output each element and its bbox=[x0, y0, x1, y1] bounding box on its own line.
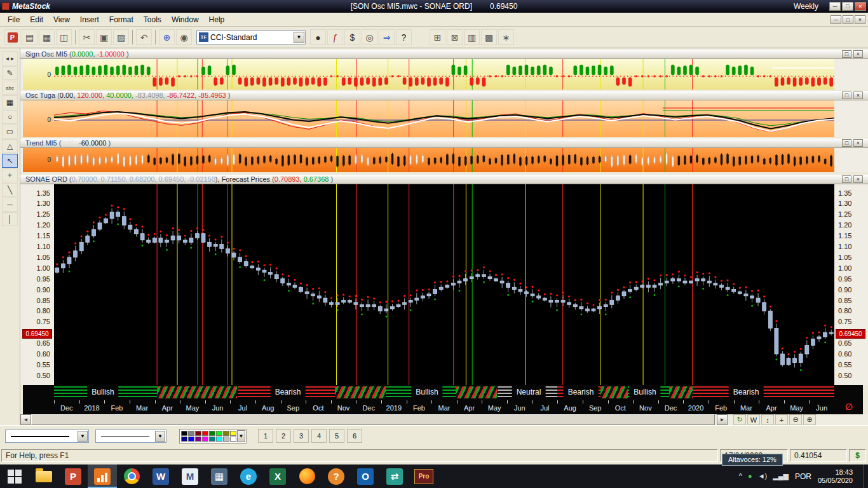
dropdown-arrow-icon[interactable]: ▼ bbox=[237, 430, 245, 442]
chrome[interactable] bbox=[117, 464, 146, 488]
indicator-dropdown[interactable]: TF CCI-Standard ▼ bbox=[196, 30, 306, 44]
color-swatch[interactable] bbox=[202, 437, 208, 442]
scroll-left-button[interactable]: ◄ bbox=[20, 414, 31, 425]
dropdown-arrow-icon[interactable]: ▼ bbox=[78, 431, 88, 442]
metastock[interactable] bbox=[88, 464, 117, 488]
word[interactable]: W bbox=[146, 464, 175, 488]
splitter-tool[interactable]: ◄► bbox=[2, 51, 18, 65]
horizontal-scrollbar[interactable]: ◄ ► ↻W↕+⊖⊕ bbox=[20, 414, 868, 425]
panel-close-button[interactable]: × bbox=[853, 139, 863, 147]
grid-tool[interactable]: ▦ bbox=[2, 95, 18, 109]
color-swatch[interactable] bbox=[230, 431, 236, 436]
panel-header-trend[interactable]: Trend MI5 (0.00, -60.0000 ) □ × bbox=[20, 139, 868, 148]
help[interactable]: ? bbox=[322, 464, 351, 488]
color-swatch[interactable] bbox=[223, 431, 229, 436]
internet-explorer[interactable]: e bbox=[234, 464, 263, 488]
zoom-in-icon[interactable]: ⊕ bbox=[803, 414, 816, 425]
zoom-icon[interactable]: ◉ bbox=[176, 29, 192, 45]
color-swatch[interactable] bbox=[181, 437, 187, 442]
paste-icon[interactable]: ▨ bbox=[113, 29, 129, 45]
dropdown-arrow-icon[interactable]: ▼ bbox=[155, 431, 165, 442]
undo-icon[interactable]: ↶ bbox=[136, 29, 152, 45]
child-close-button[interactable]: × bbox=[855, 15, 865, 24]
panel-close-button[interactable]: × bbox=[853, 92, 863, 99]
copy-icon[interactable]: ▣ bbox=[96, 29, 112, 45]
price-panel[interactable]: 0.69450 1.351.301.251.201.151.101.051.00… bbox=[20, 184, 868, 385]
menu-view[interactable]: View bbox=[48, 13, 75, 26]
panel-close-button[interactable]: × bbox=[853, 50, 863, 58]
layout-page-button-1[interactable]: 1 bbox=[258, 429, 273, 443]
pro[interactable]: Pro bbox=[409, 464, 438, 488]
indicator-panel-sign-osc[interactable]: 0 bbox=[20, 59, 868, 90]
function-icon[interactable]: ƒ bbox=[327, 29, 343, 45]
taskbar-clock[interactable]: 18:43 05/05/2020 bbox=[818, 468, 853, 485]
color-swatch[interactable] bbox=[209, 437, 215, 442]
color-swatch[interactable] bbox=[188, 437, 194, 442]
tile-windows-icon[interactable]: ⊞ bbox=[430, 29, 445, 45]
panel-maximize-button[interactable]: □ bbox=[842, 175, 851, 183]
dropdown-arrow-icon[interactable]: ▼ bbox=[294, 32, 304, 43]
panel-maximize-button[interactable]: □ bbox=[842, 50, 851, 58]
panel-maximize-button[interactable]: □ bbox=[842, 139, 851, 147]
outlook[interactable]: O bbox=[351, 464, 380, 488]
menu-file[interactable]: File bbox=[3, 13, 25, 26]
minimize-button[interactable]: ─ bbox=[829, 2, 841, 11]
vertical-scale-icon[interactable]: ↕ bbox=[761, 414, 774, 425]
layout-page-button-3[interactable]: 3 bbox=[294, 429, 309, 443]
panel-close-button[interactable]: × bbox=[853, 175, 863, 183]
maximize-button[interactable]: □ bbox=[842, 2, 853, 11]
indicator-panel-trend[interactable]: 0 bbox=[20, 148, 868, 172]
panel-maximize-button[interactable]: □ bbox=[842, 92, 851, 99]
candlestick-chart[interactable] bbox=[54, 184, 834, 385]
layout-page-button-5[interactable]: 5 bbox=[329, 429, 344, 443]
line-style-dropdown[interactable]: ▼ bbox=[5, 430, 89, 443]
panel-header-sign-osc[interactable]: Sign Osc MI5 (0.0000, -1.00000 ) □ × bbox=[20, 50, 868, 59]
color-swatch[interactable] bbox=[223, 437, 229, 442]
cascade-windows-icon[interactable]: ⊠ bbox=[447, 29, 463, 45]
layout-page-button-2[interactable]: 2 bbox=[276, 429, 291, 443]
trendline-tool[interactable]: ╲ bbox=[2, 183, 18, 197]
options-icon[interactable]: ∗ bbox=[498, 29, 514, 45]
excel[interactable]: X bbox=[263, 464, 292, 488]
explorer-binoculars-icon[interactable]: ◎ bbox=[362, 29, 377, 45]
menu-help[interactable]: Help bbox=[204, 13, 230, 26]
scroll-right-button[interactable]: ► bbox=[717, 414, 728, 425]
color-picker[interactable]: ▼ bbox=[179, 429, 247, 444]
color-swatch[interactable] bbox=[202, 431, 208, 436]
open-chart-icon[interactable]: ▤ bbox=[22, 29, 37, 45]
color-swatch[interactable] bbox=[195, 437, 201, 442]
downloader[interactable]: M bbox=[175, 464, 205, 488]
language-indicator[interactable]: POR bbox=[795, 472, 811, 481]
help-pointer-icon[interactable]: ? bbox=[396, 29, 412, 45]
color-swatch[interactable] bbox=[195, 431, 201, 436]
crosshair-tool[interactable]: + bbox=[2, 168, 18, 182]
cut-icon[interactable]: ✂ bbox=[79, 29, 95, 45]
calculator[interactable]: ▦ bbox=[205, 464, 234, 488]
color-swatch[interactable] bbox=[181, 431, 187, 436]
triangle-tool[interactable]: △ bbox=[2, 139, 18, 153]
close-button[interactable]: × bbox=[855, 2, 866, 11]
ellipse-tool[interactable]: ○ bbox=[2, 110, 18, 124]
print-icon[interactable]: ▦ bbox=[39, 29, 55, 45]
panel-header-osc-tuga[interactable]: Osc Tuga (0.00, 120.000, 40.0000, -83.40… bbox=[20, 91, 868, 100]
color-swatch[interactable] bbox=[216, 437, 222, 442]
tray-volume-icon[interactable]: ◄) bbox=[758, 472, 768, 480]
new-chart-icon[interactable]: P bbox=[4, 29, 20, 45]
panel-header-price[interactable]: SONAE ORD (0.70000, 0.71150, 0.68200, 0.… bbox=[20, 175, 868, 184]
move-icon[interactable]: + bbox=[775, 414, 788, 425]
indicator-panel-osc-tuga[interactable]: 0 bbox=[20, 100, 868, 137]
tray-expand-icon[interactable]: ^ bbox=[739, 472, 742, 480]
color-swatch[interactable] bbox=[216, 431, 222, 436]
tray-status-icon[interactable]: ● bbox=[748, 472, 752, 480]
child-minimize-button[interactable]: ─ bbox=[831, 15, 841, 24]
crosshair-icon[interactable]: ⊕ bbox=[159, 29, 175, 45]
color-swatch[interactable] bbox=[230, 437, 236, 442]
text-tool[interactable]: abc bbox=[2, 81, 18, 95]
layout-page-button-6[interactable]: 6 bbox=[347, 429, 362, 443]
menu-edit[interactable]: Edit bbox=[25, 13, 48, 26]
color-swatch[interactable] bbox=[209, 431, 215, 436]
vertical-line-tool[interactable]: │ bbox=[2, 212, 18, 226]
color-swatch[interactable] bbox=[188, 431, 194, 436]
dollar-icon[interactable]: $ bbox=[344, 29, 360, 45]
periodicity-weekly-icon[interactable]: W bbox=[747, 414, 760, 425]
